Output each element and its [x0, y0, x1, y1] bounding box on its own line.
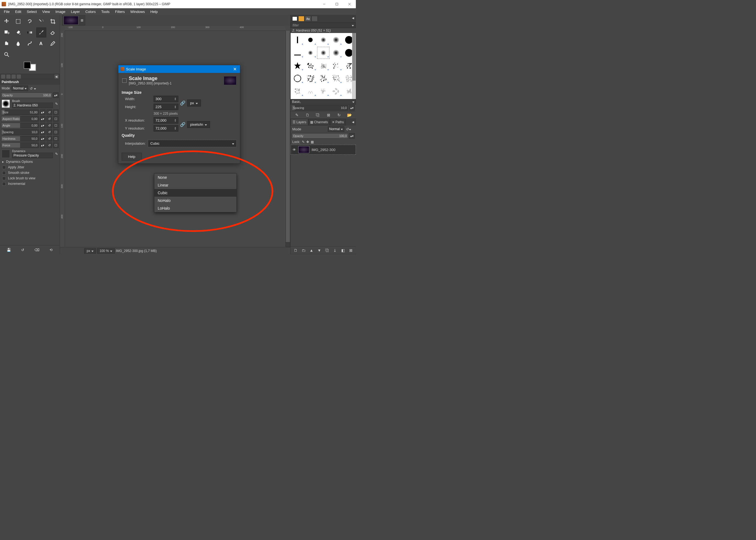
menu-select[interactable]: Select	[24, 9, 39, 15]
opacity-slider[interactable]: Opacity 100,0	[1, 92, 52, 98]
lower-layer-icon[interactable]: ▼	[317, 248, 322, 253]
ruler-horizontal[interactable]: -1000100200300400	[65, 26, 285, 31]
spinner[interactable]: ▴▾	[40, 109, 46, 115]
path-tool[interactable]	[25, 39, 35, 49]
crop-tool[interactable]	[48, 17, 58, 26]
tab-menu-icon[interactable]: ◄	[55, 74, 59, 79]
brush-cell[interactable]: +	[305, 72, 317, 84]
dropdown-option-lohalo[interactable]: LoHalo	[154, 204, 236, 212]
tab-layers[interactable]: ☰Layers	[291, 119, 308, 125]
brush-cell[interactable]: +	[305, 47, 317, 59]
spinner[interactable]: ▴▾	[40, 129, 46, 135]
brush-cell[interactable]: +	[330, 72, 342, 84]
tab-brushes-icon[interactable]	[292, 16, 298, 22]
tab-fonts-icon[interactable]: Aa	[305, 16, 311, 22]
link-icon[interactable]: ☐	[53, 109, 59, 115]
color-swatch[interactable]	[24, 62, 36, 71]
tab-patterns-icon[interactable]	[298, 16, 304, 22]
refresh-brush-icon[interactable]: ↻	[337, 112, 342, 117]
tab-tool-options[interactable]	[1, 74, 5, 79]
spinner[interactable]: ▴▾	[40, 123, 46, 128]
status-zoom-select[interactable]: 100 %	[97, 248, 115, 254]
paintbrush-tool[interactable]	[36, 28, 46, 38]
duplicate-layer-icon[interactable]: ⿻	[325, 248, 330, 253]
dropdown-option-none[interactable]: None	[154, 174, 236, 181]
save-preset-icon[interactable]: 💾	[6, 247, 12, 252]
bucket-fill-tool[interactable]	[13, 28, 23, 38]
layer-item[interactable]: 👁 IMG_2952-300	[291, 145, 356, 155]
menu-windows[interactable]: Windows	[127, 9, 148, 15]
lock-pixels-icon[interactable]: ✎	[302, 140, 305, 144]
delete-layer-icon[interactable]: ⊠	[349, 248, 353, 253]
brush-cell[interactable]: +	[330, 60, 342, 71]
document-tab[interactable]: ⊠	[62, 15, 85, 26]
brush-select[interactable]: 2. Hardness 050	[12, 103, 53, 108]
navigation-icon[interactable]	[285, 242, 290, 247]
link-icon[interactable]: ☐	[53, 116, 59, 122]
res-unit-select[interactable]: pixels/in	[187, 121, 210, 128]
layer-mode-select[interactable]: Normal	[328, 126, 344, 132]
menu-view[interactable]: View	[40, 9, 53, 15]
merge-layer-icon[interactable]: ⤓	[333, 248, 337, 253]
rect-select-tool[interactable]	[13, 17, 23, 26]
brush-cell[interactable]: +	[292, 60, 304, 71]
reset-icon[interactable]: ↺	[47, 136, 52, 141]
mask-layer-icon[interactable]: ◧	[341, 248, 345, 253]
menu-image[interactable]: Image	[53, 9, 68, 15]
height-input[interactable]: 225▲▼	[154, 104, 178, 110]
hardness-slider[interactable]: Hardness50,0	[1, 136, 39, 141]
brush-cell[interactable]: +	[330, 47, 342, 59]
zoom-tool[interactable]	[2, 50, 12, 60]
dialog-titlebar[interactable]: Scale Image ✕	[118, 65, 240, 73]
new-brush-icon[interactable]: 🗋	[305, 112, 310, 117]
menu-tools[interactable]: Tools	[98, 9, 112, 15]
check-dynamics-options[interactable]: ▸Dynamics Options	[0, 159, 60, 165]
tab-menu-icon[interactable]: ◄	[351, 16, 355, 22]
lock-alpha-icon[interactable]: ▦	[311, 140, 314, 144]
brush-cell[interactable]: +	[330, 34, 342, 46]
spinner[interactable]: ▴▾	[40, 143, 46, 148]
link-icon[interactable]: ☐	[53, 143, 59, 148]
delete-icon[interactable]: ⌫	[34, 247, 40, 252]
aspect-ratio-slider[interactable]: Aspect Ratio0,00	[1, 116, 39, 122]
fg-color[interactable]	[24, 62, 31, 69]
brush-cell[interactable]: +	[317, 60, 329, 71]
spacing-slider[interactable]: Spacing10,0	[1, 129, 39, 135]
dialog-close-icon[interactable]: ✕	[232, 67, 238, 72]
reset-icon[interactable]: ↺	[47, 129, 52, 135]
text-tool[interactable]: A	[36, 39, 46, 49]
yres-input[interactable]: 72,000▲▼	[154, 125, 178, 131]
interpolation-select[interactable]: Cubic	[148, 140, 237, 147]
close-button[interactable]	[343, 0, 356, 8]
layer-mode-reset[interactable]: ↺	[346, 127, 354, 131]
brush-cell[interactable]: +	[317, 72, 329, 84]
dynamics-select[interactable]: Pressure Opacity	[12, 153, 53, 158]
check-smooth-stroke[interactable]: Smooth stroke	[0, 170, 60, 176]
angle-slider[interactable]: Angle0,00	[1, 123, 39, 128]
tab-paths[interactable]: ✕Paths	[330, 119, 346, 125]
link-icon[interactable]: ☐	[53, 123, 59, 128]
vertical-scrollbar[interactable]	[285, 31, 290, 242]
brush-filter-input[interactable]: filter	[291, 23, 356, 28]
restore-icon[interactable]: ↺	[20, 247, 26, 252]
menu-filters[interactable]: Filters	[112, 9, 127, 15]
group-layer-icon[interactable]: 🗀	[301, 248, 306, 253]
brush-grid[interactable]: +++++++++++++++++++++++++	[291, 33, 356, 99]
move-tool[interactable]	[2, 17, 12, 26]
gradient-tool[interactable]	[25, 28, 35, 38]
brush-cell[interactable]: +	[305, 34, 317, 46]
clone-tool[interactable]	[2, 39, 12, 49]
spacing-spinner[interactable]: ▴▾	[349, 105, 355, 111]
minimize-button[interactable]	[318, 0, 331, 8]
eraser-tool[interactable]	[48, 28, 58, 38]
brush-cell[interactable]: +	[305, 60, 317, 71]
raise-layer-icon[interactable]: ▲	[309, 248, 314, 253]
delete-brush-icon[interactable]: ⊠	[326, 112, 331, 117]
edit-brush-icon[interactable]: ✎	[294, 112, 299, 117]
reset-icon[interactable]: ↺	[47, 116, 52, 122]
lock-position-icon[interactable]: ✥	[306, 140, 309, 144]
tab-history-icon[interactable]	[312, 16, 318, 22]
link-dimensions-icon[interactable]: 🔗	[180, 100, 186, 106]
brush-preview-icon[interactable]	[2, 99, 10, 108]
help-button[interactable]: Help	[122, 153, 142, 161]
